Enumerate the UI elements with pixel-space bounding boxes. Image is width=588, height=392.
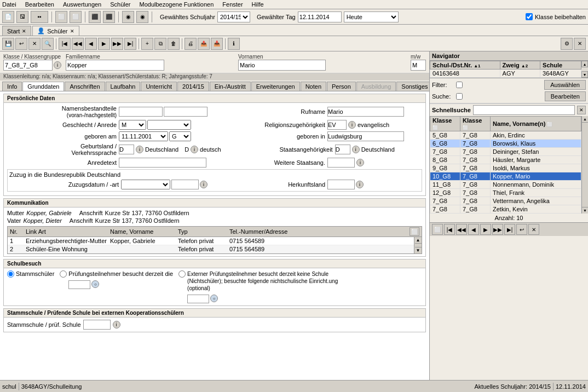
suche-checkbox[interactable]: [456, 93, 463, 100]
tab-unterricht[interactable]: Unterricht: [141, 82, 177, 91]
klasse-table-row[interactable]: 7_G87_G8Vettermann, Angelika: [430, 197, 581, 205]
pruefung-input1[interactable]: [68, 280, 90, 289]
schnellsuche-input[interactable]: [473, 105, 575, 115]
klasse-table-row[interactable]: 12_G87_G8Thiel, Frank: [430, 189, 581, 197]
tb2-btn2[interactable]: ↩: [15, 38, 27, 50]
geboren-am-select[interactable]: 11.11.2001: [119, 131, 168, 141]
tab-anschriften[interactable]: Anschriften: [65, 82, 105, 91]
tb2-copy[interactable]: ⧉: [154, 38, 166, 50]
col-schul-dst-nr[interactable]: Schul-/Dst.Nr. ▲1: [430, 61, 500, 70]
klasse-table-row[interactable]: 7_G87_G8Zetkin, Kevin: [430, 205, 581, 214]
pruefungsteilnehmer-radio[interactable]: [60, 270, 67, 278]
toolbar-btn-7[interactable]: ⬛: [103, 11, 115, 23]
pruefungsteilnehmer-option[interactable]: Prüfungsteilnehmer besucht derzeit die ○: [60, 270, 173, 289]
klasse-table-row[interactable]: 11_G87_G8Nonnenmann, Dominik: [430, 181, 581, 189]
nav-bottom-btn7[interactable]: ▶|: [504, 224, 515, 235]
tb2-next2[interactable]: ▶▶: [111, 38, 123, 50]
geschlecht-select[interactable]: M: [119, 120, 146, 130]
zuzugsdatum-select[interactable]: [121, 180, 170, 189]
toolbar-btn-3[interactable]: ▪▪: [31, 11, 48, 23]
klasse-info-icon[interactable]: i: [54, 61, 61, 69]
herkunftsland-info-icon[interactable]: i: [356, 181, 364, 188]
menu-bearbeiten[interactable]: Bearbeiten: [25, 1, 54, 8]
scroll-down[interactable]: ▼: [415, 247, 422, 253]
tb2-last[interactable]: ▶|: [124, 38, 136, 50]
scroll-up[interactable]: ▲: [415, 237, 422, 244]
toolbar-btn-5[interactable]: ⬜: [70, 11, 82, 23]
menu-fenster[interactable]: Fenster: [222, 1, 243, 8]
nav-bottom-btn4[interactable]: ◀: [468, 224, 479, 235]
tab-grunddaten[interactable]: Grunddaten: [22, 82, 64, 91]
nav-bottom-btn5[interactable]: ▶: [480, 224, 491, 235]
tb2-first[interactable]: |◀: [59, 38, 71, 50]
tab-noten[interactable]: Noten: [301, 82, 326, 91]
extern-option[interactable]: Externer Prüfungsteilnehmer besucht derz…: [178, 270, 343, 303]
menu-datei[interactable]: Datei: [2, 1, 16, 8]
tb2-prev[interactable]: ◀: [85, 38, 97, 50]
toolbar-btn-4[interactable]: ⬜: [55, 11, 67, 23]
vornamen-input[interactable]: [238, 60, 326, 71]
heute-select[interactable]: Heute: [344, 11, 399, 22]
weitere-staatsang-input[interactable]: [327, 158, 355, 168]
nav-table-row[interactable]: 04163648 AGY 3648AGY: [430, 70, 581, 78]
nav-scroll-down[interactable]: ▼: [581, 71, 588, 78]
tb2-print[interactable]: 🖨: [185, 38, 197, 50]
tb2-next[interactable]: ▶: [98, 38, 110, 50]
tab-sonstiges[interactable]: Sonstiges: [396, 82, 429, 91]
tb2-new[interactable]: +: [141, 38, 153, 50]
toolbar-btn-1[interactable]: 📄: [2, 11, 14, 23]
schnellsuche-close[interactable]: ✕: [577, 106, 586, 114]
klasse-table-row[interactable]: 9_G87_G8Isoldi, Markus: [430, 164, 581, 172]
nav-bottom-btn8[interactable]: ↩: [516, 224, 527, 235]
tb2-import[interactable]: 📥: [211, 38, 223, 50]
tb2-del[interactable]: 🗑: [168, 38, 180, 50]
extern-input1[interactable]: [187, 295, 209, 303]
schuljahr-select[interactable]: 2014/15: [217, 11, 250, 22]
namens-voran-input[interactable]: [119, 107, 163, 117]
tag-input[interactable]: [298, 11, 342, 22]
herkunftsland-input[interactable]: [327, 180, 355, 189]
tb2-prev2[interactable]: ◀◀: [72, 38, 84, 50]
klasse-table-row[interactable]: 5_G87_G8Akin, Erdinc: [430, 131, 581, 140]
pruefung-circle1[interactable]: ○: [91, 280, 99, 288]
table-expand-btn[interactable]: ⬜: [410, 227, 419, 236]
klasse-col-filter[interactable]: Klasse ⬜: [430, 117, 460, 131]
klasse-table-row[interactable]: 8_G87_G8Häusler, Margarte: [430, 156, 581, 164]
tab-start[interactable]: Start ✕: [2, 26, 31, 36]
tab-info[interactable]: Info: [2, 82, 22, 91]
bearbeiten-button[interactable]: Bearbeiten: [545, 91, 586, 101]
col-schule[interactable]: Schule: [540, 61, 581, 70]
toolbar-btn-8[interactable]: ◉: [122, 11, 134, 23]
tab-schueler[interactable]: 👤 Schüler ✕: [32, 26, 79, 36]
stammschueler-option[interactable]: Stammschüler: [7, 270, 54, 278]
staatsang-input[interactable]: [335, 145, 350, 154]
klasse-table-row[interactable]: 7_G87_G8Deininger, Stefan: [430, 148, 581, 156]
extern-radio[interactable]: [178, 270, 186, 278]
stammschule-info-icon[interactable]: i: [113, 321, 120, 328]
col-zweig[interactable]: Zweig ▲2: [500, 61, 540, 70]
toolbar-btn-6[interactable]: ⬛: [89, 11, 101, 23]
auswaehlen-button[interactable]: Auswählen: [544, 80, 586, 90]
menu-schueler[interactable]: Schüler: [110, 1, 130, 8]
stammschule-input[interactable]: [83, 320, 111, 330]
nav-bottom-btn3[interactable]: ◀◀: [456, 224, 467, 235]
tb2-save[interactable]: 💾: [2, 38, 14, 50]
klasse-beibehalten-checkbox[interactable]: [526, 13, 533, 20]
tb2-info[interactable]: ℹ: [228, 38, 240, 50]
tab-ein-austritt[interactable]: Ein-/Austritt: [210, 82, 251, 91]
namens-nach-input[interactable]: [164, 107, 207, 117]
zuzugart-info-icon[interactable]: i: [200, 181, 207, 188]
nav-bottom-btn2[interactable]: |◀: [444, 224, 455, 235]
tab-start-close[interactable]: ✕: [22, 28, 26, 34]
anrede-select[interactable]: [147, 120, 191, 130]
nav-bottom-btn6[interactable]: ▶▶: [492, 224, 503, 235]
kontakt-row-1[interactable]: 1 Erziehungsberechtigter-Mutter Kopper, …: [8, 237, 414, 245]
staatsang-info-icon[interactable]: i: [352, 146, 360, 153]
menu-modulbezogene[interactable]: Modulbezogene Funktionen: [140, 1, 214, 8]
tab-schueler-close[interactable]: ✕: [70, 28, 74, 34]
tab-2014-15[interactable]: 2014/15: [177, 82, 209, 91]
geburtsland-info-icon[interactable]: i: [136, 146, 143, 153]
tab-laufbahn[interactable]: Laufbahn: [106, 82, 141, 91]
geboren-g-select[interactable]: G: [169, 131, 191, 141]
klasse-scroll-up[interactable]: ▲: [582, 116, 588, 123]
